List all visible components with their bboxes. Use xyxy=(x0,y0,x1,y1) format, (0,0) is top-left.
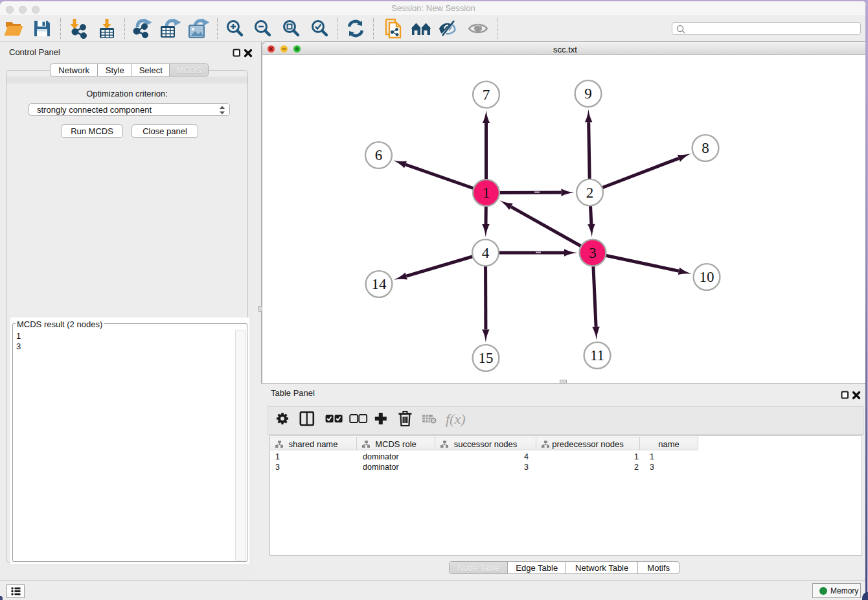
svg-text:7: 7 xyxy=(483,87,490,103)
svg-text:14: 14 xyxy=(372,276,387,292)
svg-text:6: 6 xyxy=(375,147,383,163)
svg-text:9: 9 xyxy=(584,86,592,102)
svg-text:8: 8 xyxy=(702,140,709,156)
svg-text:f(x): f(x) xyxy=(446,411,466,427)
svg-text:1: 1 xyxy=(483,185,490,201)
svg-text:11: 11 xyxy=(590,347,604,363)
svg-text:2: 2 xyxy=(586,185,594,201)
svg-text:4: 4 xyxy=(482,245,490,261)
svg-text:15: 15 xyxy=(479,350,494,366)
svg-text:3: 3 xyxy=(589,245,597,261)
svg-text:10: 10 xyxy=(700,269,714,285)
